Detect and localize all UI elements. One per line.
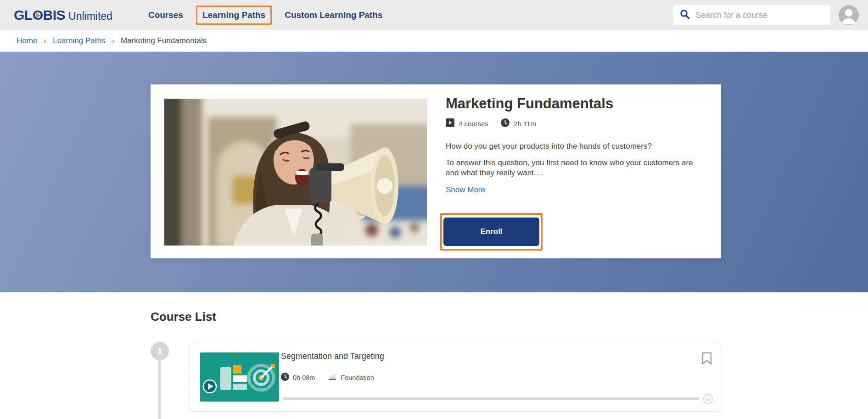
nav-item-learning-paths[interactable]: Learning Paths (202, 10, 265, 20)
enroll-button[interactable]: Enroll (443, 218, 539, 246)
learning-path-photo (164, 99, 427, 246)
user-avatar[interactable] (839, 5, 859, 25)
nav-item-custom-learning-paths[interactable]: Custom Learning Paths (285, 10, 382, 20)
course-meta: 0h 08m Foundation (281, 373, 384, 383)
course-card[interactable]: Segmentation and Targeting 0h 08m Founda… (190, 343, 721, 412)
description-line-1: How do you get your products into the ha… (446, 141, 706, 151)
breadcrumb: Home › Learning Paths › Marketing Fundam… (0, 30, 868, 52)
main-nav: Courses Learning Paths Custom Learning P… (148, 6, 383, 25)
logo-suffix: Unlimited (68, 10, 112, 22)
video-play-icon (446, 118, 454, 129)
breadcrumb-current-page: Marketing Fundamentals (121, 36, 207, 45)
search-icon (680, 9, 690, 21)
breadcrumb-home[interactable]: Home (17, 36, 37, 45)
breadcrumb-learning-paths[interactable]: Learning Paths (53, 36, 105, 45)
timeline-step-number: 1 (151, 342, 169, 360)
nav-item-courses[interactable]: Courses (148, 10, 183, 20)
globis-logo[interactable]: GLOBIS Unlimited (14, 7, 112, 23)
course-thumbnail[interactable] (200, 352, 279, 402)
page: GLOBIS Unlimited Courses Learning Paths … (0, 0, 868, 419)
course-progress-bar (283, 397, 699, 400)
level-stairs-icon (329, 373, 337, 382)
learning-path-card: Marketing Fundamentals 4 courses 2h 11m … (151, 84, 721, 258)
breadcrumb-separator-icon: › (112, 36, 114, 45)
clock-icon (281, 373, 289, 383)
show-more-link[interactable]: Show More (446, 185, 485, 195)
enroll-annotation-highlight-box: Enroll (440, 213, 543, 251)
course-list-section: Course List 1 (0, 292, 868, 419)
course-search-box[interactable] (673, 5, 830, 25)
course-level: Foundation (341, 374, 374, 381)
total-duration: 2h 11m (514, 120, 536, 128)
course-duration: 0h 08m (293, 374, 315, 381)
completion-check-icon (703, 394, 713, 404)
logo-text: GLOBIS (14, 7, 65, 23)
clock-icon (501, 118, 510, 129)
search-input[interactable] (695, 11, 824, 20)
logo-play-triangle-icon (36, 13, 40, 18)
courses-count: 4 courses (459, 120, 488, 128)
breadcrumb-separator-icon: › (44, 36, 46, 45)
course-list-heading: Course List (151, 310, 216, 324)
page-title: Marketing Fundamentals (446, 95, 706, 112)
hero-banner: Marketing Fundamentals 4 courses 2h 11m … (0, 52, 868, 292)
course-title: Segmentation and Targeting (281, 352, 384, 361)
nav-item-learning-paths-highlight-box: Learning Paths (196, 6, 272, 25)
bookmark-icon[interactable] (700, 352, 713, 366)
learning-path-info: Marketing Fundamentals 4 courses 2h 11m … (446, 95, 706, 195)
learning-path-meta: 4 courses 2h 11m (446, 118, 706, 129)
top-navbar: GLOBIS Unlimited Courses Learning Paths … (0, 0, 868, 30)
description-line-2: To answer this question, you first need … (446, 158, 706, 178)
timeline-connector-line (158, 360, 161, 419)
play-badge-icon (203, 380, 216, 393)
